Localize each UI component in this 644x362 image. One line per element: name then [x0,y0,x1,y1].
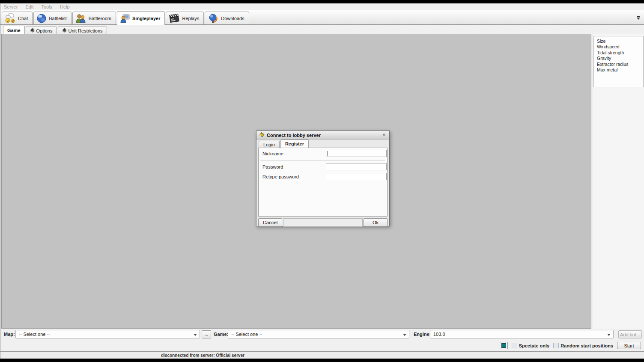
two-users-icon [75,13,86,24]
subtab-unit-restrictions[interactable]: Unit Restrictions [58,27,107,34]
field-separator [260,160,385,161]
tab-battleroom[interactable]: Battleroom [72,12,116,24]
map-option-maxmetal: Max metal [597,67,643,73]
game-label: Game: [214,332,228,337]
person-computer-icon [120,13,130,24]
map-option-gravity: Gravity [597,56,643,61]
server-status-text: disconnected from server: Official serve… [161,353,244,358]
subtab-game[interactable]: Game [3,26,25,34]
menu-tools[interactable]: Tools [41,4,52,9]
subtab-options[interactable]: Options [26,27,57,34]
lightning-icon [259,131,265,139]
map-options-column: Size Windspeed Tidal strength Gravity Ex… [593,34,644,329]
start-button[interactable]: Start [617,342,641,349]
map-option-windspeed: Windspeed [597,44,643,50]
tab-register[interactable]: Register [280,139,309,148]
map-label: Map: [4,332,15,337]
spectate-only-checkbox[interactable] [512,343,517,348]
password-label: Password [262,164,283,169]
password-field[interactable] [326,163,387,170]
tab-battleroom-label: Battleroom [89,16,111,21]
tab-downloads-label: Downloads [221,16,244,21]
tab-chat[interactable]: Chat [2,12,33,24]
add-bot-button[interactable]: Add bot... [618,330,642,338]
menu-help[interactable]: Help [60,4,70,9]
dialog-button-spacer [283,218,363,227]
engine-select-value: 103.0 [433,332,445,337]
close-icon[interactable]: ✕ [381,133,387,138]
map-options-panel: Size Windspeed Tidal strength Gravity Ex… [593,36,644,87]
game-select[interactable]: -- Select one -- [228,330,409,338]
cancel-button[interactable]: Cancel [258,218,282,227]
nickname-field[interactable] [326,150,387,157]
engine-label: Engine: [414,332,431,337]
tab-singleplayer[interactable]: Singleplayer [117,11,165,25]
nickname-label: Nickname [262,151,283,156]
connect-dialog-title: Connect to lobby server [267,133,379,138]
retype-password-field[interactable] [326,173,387,180]
tab-downloads[interactable]: Downloads [205,12,249,24]
menu-edit[interactable]: Edit [25,4,33,9]
text-cursor [328,151,328,156]
chat-smileys-icon [5,13,16,24]
register-form: Nickname Password Retype password [258,148,388,217]
subtab-unit-restrictions-label: Unit Restrictions [69,28,103,33]
map-option-extractor: Extractor radius [597,62,643,67]
map-select-value: -- Select one -- [19,332,50,337]
tab-singleplayer-label: Singleplayer [132,16,160,21]
globe-download-icon [208,13,219,24]
map-option-tidal: Tidal strength [597,50,643,56]
tab-replays[interactable]: Replays [166,12,204,24]
random-start-checkbox-row[interactable]: Random start positions [553,343,613,348]
toolbar-overflow-chevron-down-icon[interactable] [635,16,641,21]
connect-dialog: Connect to lobby server ✕ Login Register… [256,131,390,226]
ok-button[interactable]: Ok [364,218,388,227]
retype-password-label: Retype password [262,174,299,179]
tab-battlelist-label: Battlelist [49,16,67,21]
main-toolbar: Chat Battlelist [0,10,644,25]
status-bar: disconnected from server: Official serve… [0,351,644,359]
tab-chat-label: Chat [18,16,28,21]
battle-setup-bar: Map: -- Select one -- ... Game: -- Selec… [0,329,644,340]
subtab-game-label: Game [7,28,21,33]
engine-select[interactable]: 103.0 [430,330,614,338]
random-start-label: Random start positions [561,343,613,348]
game-select-value: -- Select one -- [231,332,262,337]
tab-login[interactable]: Login [259,141,280,148]
player-color-button[interactable] [500,342,508,349]
map-option-size: Size [597,39,643,44]
connect-dialog-titlebar[interactable]: Connect to lobby server ✕ [256,131,389,139]
spectate-only-checkbox-row[interactable]: Spectate only [512,343,550,348]
map-select[interactable]: -- Select one -- [15,330,200,338]
clapperboard-icon [169,13,180,24]
singleplayer-subtabs: Game Options Unit Restrictions [0,25,644,34]
connect-dialog-tabs: Login Register [256,139,389,148]
start-options-bar: Spectate only Random start positions Sta… [0,340,644,351]
player-color-swatch [501,343,506,348]
random-start-checkbox[interactable] [553,343,559,348]
menu-server[interactable]: Server [4,4,18,9]
tab-replays-label: Replays [182,16,199,21]
globe-icon [36,13,47,24]
map-browse-button[interactable]: ... [202,330,211,338]
menu-bar: Server Edit Tools Help [0,3,644,10]
spectate-only-label: Spectate only [519,343,550,348]
connect-dialog-buttons: Cancel Ok [258,218,388,227]
subtab-options-label: Options [36,28,53,33]
gear-icon [62,28,67,33]
tab-battlelist[interactable]: Battlelist [33,12,72,24]
gear-icon [30,28,35,33]
